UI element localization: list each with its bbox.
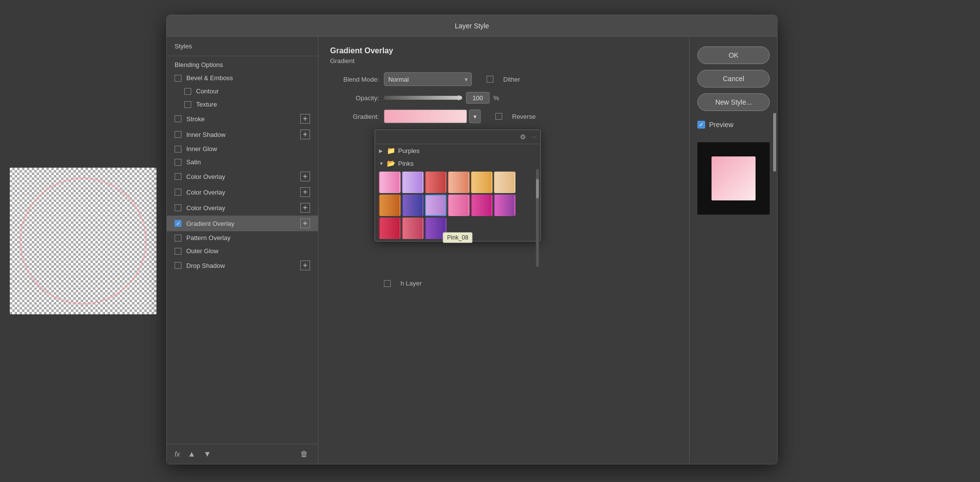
purples-arrow-icon: ▶ [379,148,384,153]
sidebar-item-color-overlay-2[interactable]: Color Overlay + [167,184,318,200]
sidebar-item-color-overlay-3[interactable]: Color Overlay + [167,200,318,216]
folder-pinks[interactable]: ▼ 📂 Pinks [375,157,540,170]
sidebar-item-bevel[interactable]: Bevel & Emboss [167,71,318,85]
satin-label: Satin [186,158,310,166]
reverse-checkbox[interactable] [495,113,502,120]
sidebar-item-inner-shadow[interactable]: Inner Shadow + [167,127,318,142]
opacity-slider-thumb [458,95,462,101]
preview-checkbox[interactable]: ✓ [697,121,705,129]
gradient-preview-box[interactable] [384,110,467,123]
move-up-btn[interactable]: ▲ [186,448,198,460]
picker-scrollbar[interactable] [536,169,539,267]
color-overlay-2-label: Color Overlay [186,189,300,196]
sidebar-item-pattern-overlay[interactable]: Pattern Overlay [167,231,318,244]
preview-section: ✓ Preview [697,121,769,129]
new-style-button[interactable]: New Style... [697,93,770,111]
delete-effect-btn[interactable]: 🗑 [298,448,310,460]
color-overlay-1-checkbox[interactable] [175,173,181,180]
color-overlay-2-add-btn[interactable]: + [300,187,310,197]
sidebar-item-stroke[interactable]: Stroke + [167,111,318,127]
canvas-circle [20,177,147,305]
opacity-input[interactable] [466,92,490,104]
swatch-pink07[interactable] [379,195,401,216]
dither-checkbox[interactable] [487,76,493,83]
bevel-checkbox[interactable] [175,75,181,82]
reverse-label: Reverse [512,113,535,120]
swatch-pink05[interactable] [471,172,492,193]
blending-options-label[interactable]: Blending Options [167,56,318,71]
stroke-checkbox[interactable] [175,115,181,122]
contour-checkbox[interactable] [184,88,191,95]
inner-shadow-checkbox[interactable] [175,131,181,138]
swatch-pink02[interactable] [402,172,423,193]
sidebar-item-texture[interactable]: Texture [167,98,318,111]
swatch-pink06[interactable] [494,172,515,193]
main-content: Gradient Overlay Gradient Blend Mode: No… [318,37,689,464]
align-layer-checkbox[interactable] [384,280,391,287]
preview-square [712,156,756,200]
contour-label: Contour [196,88,310,95]
gradient-label: Gradient: [330,113,379,120]
color-overlay-1-add-btn[interactable]: + [300,172,310,181]
sidebar-footer: fx ▲ ▼ 🗑 [167,444,318,464]
dither-label: Dither [503,76,520,83]
texture-checkbox[interactable] [184,101,191,108]
swatch-pink12[interactable] [494,195,515,216]
opacity-row: Opacity: % [330,92,677,104]
move-down-btn[interactable]: ▼ [201,448,213,460]
stroke-label: Stroke [186,115,300,123]
drop-shadow-checkbox[interactable] [175,262,181,269]
canvas-content [10,168,156,314]
cancel-button[interactable]: Cancel [697,70,770,88]
main-section-title: Gradient Overlay [330,46,677,55]
gradient-dropdown-btn[interactable]: ▾ [469,110,481,123]
color-overlay-3-add-btn[interactable]: + [300,203,310,213]
inner-shadow-add-btn[interactable]: + [300,130,310,139]
align-layer-row: h Layer [330,280,677,287]
purples-label: Purples [398,147,420,154]
blend-mode-select-wrapper: Normal Dissolve Multiply Screen Overlay … [384,72,472,86]
sidebar-item-satin[interactable]: Satin [167,155,318,169]
opacity-slider[interactable] [384,96,462,100]
swatch-pink14[interactable] [402,218,423,239]
satin-checkbox[interactable] [175,159,181,166]
drop-shadow-add-btn[interactable]: + [300,261,310,270]
dialog-body: Styles Blending Options Bevel & Emboss C… [167,37,777,464]
sidebar-item-contour[interactable]: Contour [167,85,318,98]
pinks-arrow-icon: ▼ [379,161,384,166]
fx-label: fx [175,450,180,458]
blend-mode-row: Blend Mode: Normal Dissolve Multiply Scr… [330,72,677,86]
outer-glow-checkbox[interactable] [175,248,181,255]
swatch-pink13[interactable] [379,218,401,239]
styles-label: Styles [175,43,192,50]
swatch-pink01[interactable] [379,172,401,193]
picker-gear-icon[interactable]: ⚙ [520,133,526,141]
stroke-add-btn[interactable]: + [300,114,310,124]
swatch-pink10[interactable] [448,195,469,216]
pattern-overlay-checkbox[interactable] [175,235,181,241]
color-overlay-3-label: Color Overlay [186,204,300,212]
ok-button[interactable]: OK [697,46,770,64]
blend-mode-select[interactable]: Normal Dissolve Multiply Screen Overlay [384,72,472,86]
bevel-label: Bevel & Emboss [186,74,310,82]
swatch-pink11[interactable] [471,195,492,216]
sidebar-item-outer-glow[interactable]: Outer Glow [167,244,318,258]
sidebar-item-gradient-overlay[interactable]: ✓ Gradient Overlay + [167,216,318,231]
sidebar-item-color-overlay-1[interactable]: Color Overlay + [167,169,318,184]
swatch-pink03[interactable] [425,172,446,193]
color-overlay-3-checkbox[interactable] [175,204,181,211]
gradient-overlay-add-btn[interactable]: + [300,219,310,228]
swatches-grid: Pink_08 [375,170,540,241]
swatch-pink09[interactable]: Pink_08 [425,195,446,216]
gradient-overlay-checkbox[interactable]: ✓ [175,220,181,227]
folder-purples[interactable]: ▶ 📁 Purples [375,144,540,157]
swatch-pink04[interactable] [448,172,469,193]
outer-glow-label: Outer Glow [186,247,310,255]
opacity-label: Opacity: [330,94,379,102]
color-overlay-1-label: Color Overlay [186,173,300,180]
sidebar-item-drop-shadow[interactable]: Drop Shadow + [167,258,318,273]
inner-glow-checkbox[interactable] [175,146,181,153]
color-overlay-2-checkbox[interactable] [175,189,181,196]
swatch-pink08[interactable] [402,195,423,216]
sidebar-item-inner-glow[interactable]: Inner Glow [167,142,318,155]
